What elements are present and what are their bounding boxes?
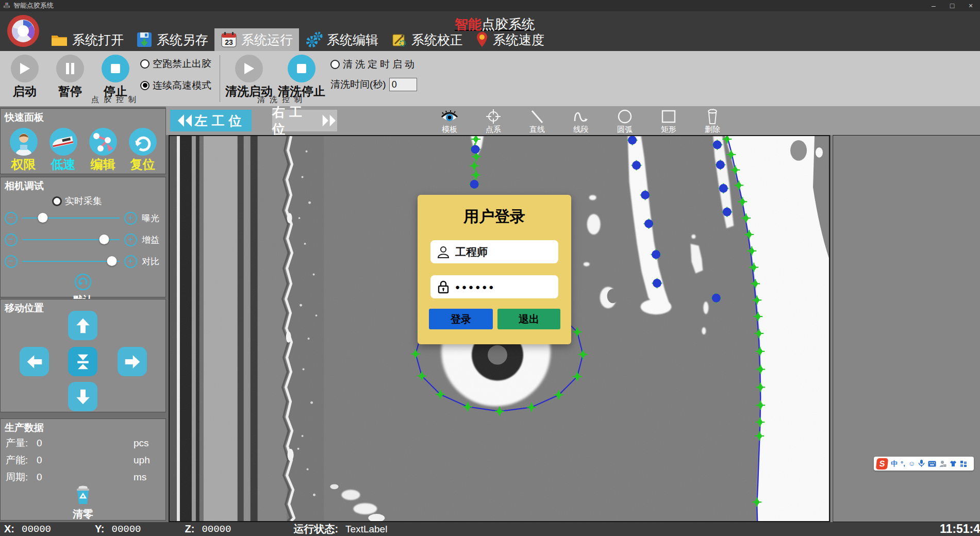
clean-timer-radio[interactable]: 清洗定时启动 [330, 58, 417, 71]
production-data-title: 生产数据 [1, 419, 165, 434]
camera-view[interactable]: 用户登录 工程师 ●●●●●● 登录 退出 [169, 135, 830, 522]
plus-button[interactable]: + [124, 212, 137, 225]
z-label: Z: [185, 523, 195, 535]
play-icon [11, 55, 39, 82]
circle-icon [617, 108, 633, 125]
toolbox-grid-icon[interactable] [960, 460, 967, 467]
ime-lang-icon[interactable]: 中 [891, 459, 898, 468]
tool-template[interactable]: 模板 [430, 108, 469, 135]
move-position-section: 移动位置 [0, 299, 166, 412]
gear-icon [305, 31, 323, 48]
plus-button[interactable]: + [124, 233, 137, 246]
tab-system-open[interactable]: 系统打开 [44, 28, 130, 51]
right-station-button[interactable]: 右工位 [272, 110, 337, 131]
arrow-left-icon [24, 351, 45, 372]
tab-system-save-as[interactable]: 系统另存 [130, 28, 214, 51]
tab-label: 系统打开 [72, 31, 124, 48]
camera-debug-title: 相机调试 [1, 177, 165, 193]
maximize-button[interactable]: □ [943, 0, 961, 11]
start-button[interactable]: 启动 [2, 51, 47, 106]
left-sidebar: 快速面板 权限 低速 编辑 [0, 107, 166, 522]
reset-button[interactable]: 复位 [129, 128, 157, 173]
minimize-button[interactable]: – [924, 0, 943, 11]
z-value: 00000 [202, 524, 275, 535]
jog-up-button[interactable] [68, 311, 97, 340]
ime-emoji-icon[interactable]: ☺ [908, 460, 915, 467]
ime-punct-icon[interactable]: °, [901, 460, 905, 467]
slider-thumb[interactable] [99, 234, 109, 244]
quick-panel-section: 快速面板 权限 低速 编辑 [0, 108, 166, 174]
contrast-slider[interactable] [22, 261, 120, 262]
edit-button[interactable]: 编辑 [89, 128, 117, 173]
tool-rect[interactable]: 矩形 [650, 108, 688, 135]
contrast-slider-row: − + 对比 [1, 250, 165, 272]
exit-button[interactable]: 退出 [497, 309, 560, 329]
stop-icon [102, 55, 129, 82]
train-icon [49, 128, 77, 156]
tab-system-run[interactable]: 23 系统运行 [214, 28, 299, 51]
save-icon [136, 31, 153, 48]
clean-time-input[interactable] [389, 78, 417, 91]
low-speed-button[interactable]: 低速 [49, 128, 77, 173]
crosshair-icon [486, 109, 501, 124]
plus-button[interactable]: + [124, 255, 137, 268]
password-value: ●●●●●● [455, 282, 495, 291]
tool-arc[interactable]: 圆弧 [606, 108, 644, 135]
right-panel: S 中 °, ☺ 12 [832, 107, 980, 522]
tool-segment[interactable]: 线段 [562, 108, 600, 135]
app-heading-accent: 智能 [455, 16, 481, 32]
login-button[interactable]: 登录 [429, 309, 493, 329]
exposure-slider[interactable] [22, 217, 120, 219]
keyboard-icon[interactable] [928, 461, 936, 467]
y-label: Y: [95, 523, 105, 535]
production-row: 产能: 0 uph [1, 451, 165, 468]
skin-person-icon[interactable]: 12 [939, 460, 946, 467]
close-button[interactable]: × [961, 0, 980, 11]
line-icon [529, 109, 545, 124]
tool-line[interactable]: 直线 [518, 108, 556, 135]
username-field[interactable]: 工程师 [430, 240, 558, 263]
jog-home-button[interactable] [68, 347, 97, 376]
minus-button[interactable]: − [5, 212, 18, 225]
pin-icon [475, 31, 489, 48]
minus-button[interactable]: − [5, 233, 18, 246]
username-value: 工程师 [455, 245, 488, 259]
app-logo-icon [6, 14, 40, 50]
slider-thumb[interactable] [107, 256, 117, 266]
tab-system-edit[interactable]: 系统编辑 [299, 28, 385, 51]
left-station-button[interactable]: 左工位 [170, 110, 252, 131]
x-value: 00000 [22, 524, 95, 535]
vision-toolstrip: 左工位 右工位 模板 点系 直线 [166, 107, 832, 135]
jog-right-button[interactable] [118, 347, 147, 376]
ime-toolbar[interactable]: S 中 °, ☺ 12 [874, 457, 974, 471]
jog-down-button[interactable] [68, 382, 97, 411]
ruler-pencil-icon [391, 31, 407, 48]
continuous-mode-radio[interactable]: 连续高速模式 [140, 79, 211, 92]
dispense-group-label: 点胶控制 [62, 95, 170, 105]
shirt-icon[interactable] [950, 460, 957, 467]
y-value: 00000 [112, 524, 185, 535]
x-label: X: [4, 523, 14, 535]
jog-left-button[interactable] [20, 347, 49, 376]
window-title: 智能点胶系统 [13, 1, 54, 10]
password-field[interactable]: ●●●●●● [430, 275, 558, 298]
curve-icon [572, 109, 590, 124]
quick-panel-title: 快速面板 [1, 109, 165, 124]
title-bar: 智能点胶系统 – □ × [0, 0, 980, 11]
run-state-label: 运行状态: [293, 522, 338, 536]
live-capture-radio[interactable]: 实时采集 [52, 195, 165, 207]
app-icon [3, 2, 10, 9]
minus-button[interactable]: − [5, 255, 18, 268]
dry-run-radio[interactable]: 空跑禁止出胶 [140, 57, 211, 71]
tool-delete[interactable]: 删除 [693, 108, 732, 135]
tool-point-system[interactable]: 点系 [474, 108, 512, 135]
double-left-arrow-icon [176, 113, 194, 128]
arrow-down-icon [73, 387, 93, 407]
sogou-logo-icon[interactable]: S [876, 458, 888, 470]
gain-slider[interactable] [22, 239, 120, 240]
slider-thumb[interactable] [38, 213, 47, 223]
permission-button[interactable]: 权限 [10, 128, 38, 173]
svg-text:12: 12 [943, 464, 946, 467]
microphone-icon[interactable] [918, 460, 925, 467]
clear-counters-button[interactable]: 清零 [1, 485, 165, 521]
